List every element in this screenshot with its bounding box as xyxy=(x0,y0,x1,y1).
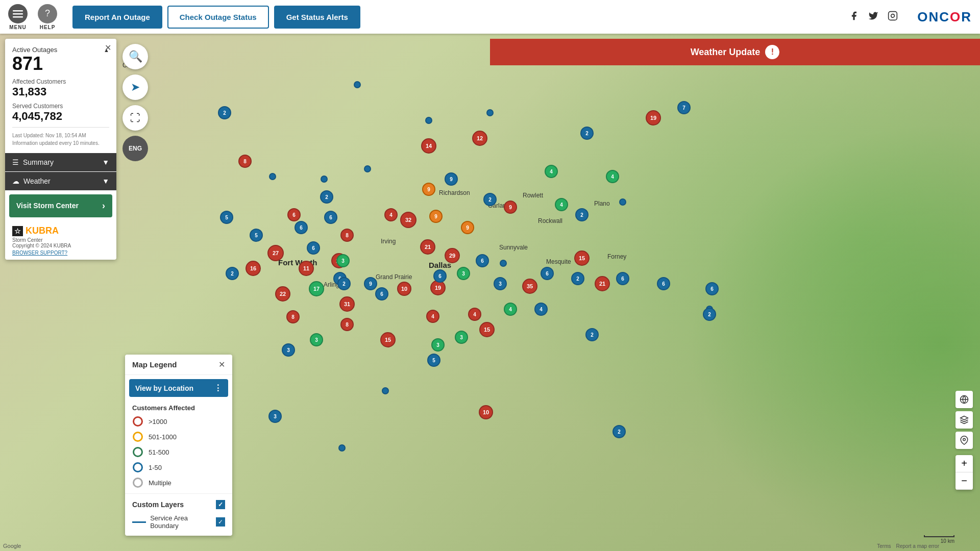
map-marker[interactable]: 2 xyxy=(483,193,497,206)
map-layers-button[interactable] xyxy=(955,411,973,429)
map-marker[interactable]: 3 xyxy=(455,331,468,344)
map-marker[interactable]: 11 xyxy=(299,261,314,276)
visit-storm-center-button[interactable]: Visit Storm Center › xyxy=(9,194,112,217)
map-marker[interactable]: 8 xyxy=(238,155,252,168)
map-location-button[interactable]: ➤ xyxy=(122,74,148,100)
map-language-button[interactable]: ENG xyxy=(122,136,148,161)
map-marker[interactable]: 6 xyxy=(324,211,337,224)
report-outage-button[interactable]: Report An Outage xyxy=(72,6,162,29)
map-marker[interactable]: 3 xyxy=(310,333,323,346)
view-by-location-button[interactable]: View by Location ⋮ xyxy=(129,379,228,397)
map-fullscreen-button[interactable]: ⛶ xyxy=(122,105,148,131)
map-marker[interactable]: 6 xyxy=(657,277,670,290)
map-marker[interactable]: 8 xyxy=(340,318,354,331)
map-marker[interactable]: 6 xyxy=(541,267,554,280)
panel-close-button[interactable]: ✕ xyxy=(105,43,111,53)
map-marker[interactable]: 2 xyxy=(575,208,589,221)
map-marker[interactable]: 9 xyxy=(429,210,443,223)
map-marker[interactable]: 5 xyxy=(250,229,263,242)
map-marker[interactable]: 21 xyxy=(595,276,610,291)
map-marker[interactable]: 4 xyxy=(606,170,619,183)
map-marker[interactable]: 12 xyxy=(472,131,487,146)
custom-layers-checkbox[interactable]: ✓ xyxy=(216,500,225,509)
summary-button[interactable]: ☰ Summary ▼ xyxy=(5,153,116,171)
service-area-checkbox[interactable]: ✓ xyxy=(216,517,225,527)
zoom-out-button[interactable]: − xyxy=(955,472,973,490)
map-marker[interactable]: 15 xyxy=(380,332,396,347)
map-marker[interactable]: 22 xyxy=(275,286,290,302)
map-marker[interactable]: 4 xyxy=(468,308,481,321)
map-marker[interactable]: 6 xyxy=(287,208,301,221)
map-marker[interactable]: 9 xyxy=(422,183,435,196)
map-search-button[interactable]: 🔍 xyxy=(122,44,148,69)
map-marker[interactable]: 6 xyxy=(375,287,388,300)
map-marker[interactable]: 31 xyxy=(339,296,355,312)
map-marker[interactable]: 14 xyxy=(421,138,436,154)
weather-banner[interactable]: Weather Update ! xyxy=(490,39,980,65)
map-marker[interactable]: 3 xyxy=(282,343,295,357)
zoom-in-button[interactable]: + xyxy=(955,455,973,472)
map-marker[interactable] xyxy=(269,173,276,180)
browser-support-link[interactable]: BROWSER SUPPORT? xyxy=(12,250,109,256)
map-marker[interactable]: 2 xyxy=(580,127,594,140)
map-marker[interactable]: 3 xyxy=(431,338,445,352)
map-marker[interactable] xyxy=(619,198,626,206)
map-marker[interactable]: 16 xyxy=(246,261,261,276)
map-marker[interactable] xyxy=(354,81,361,88)
map-marker[interactable]: 3 xyxy=(336,254,350,267)
map-marker[interactable]: 4 xyxy=(555,198,568,211)
map-marker[interactable]: 6 xyxy=(433,269,447,283)
map-marker[interactable]: 9 xyxy=(461,221,474,234)
map-marker[interactable]: 4 xyxy=(426,310,439,323)
map-style-button[interactable] xyxy=(955,391,973,408)
map-marker[interactable]: 10 xyxy=(479,405,493,419)
map-marker[interactable] xyxy=(500,260,507,267)
map-marker[interactable]: 3 xyxy=(268,410,282,423)
map-marker[interactable]: 6 xyxy=(307,241,320,255)
map-marker[interactable] xyxy=(338,444,346,452)
instagram-icon[interactable] xyxy=(888,11,898,23)
map-marker[interactable]: 4 xyxy=(504,303,517,316)
map-marker[interactable]: 9 xyxy=(364,277,377,290)
get-alerts-button[interactable]: Get Status Alerts xyxy=(274,6,360,29)
check-status-button[interactable]: Check Outage Status xyxy=(167,6,269,29)
map-marker[interactable]: 15 xyxy=(574,251,590,266)
map-marker[interactable]: 6 xyxy=(476,254,489,267)
map-marker[interactable]: 2 xyxy=(226,267,239,280)
map-marker[interactable]: 9 xyxy=(504,201,517,214)
map-marker[interactable]: 6 xyxy=(705,282,719,295)
map-marker[interactable]: 6 xyxy=(616,272,629,285)
map-marker[interactable]: 8 xyxy=(340,229,354,242)
map-marker[interactable]: 2 xyxy=(585,328,599,341)
facebook-icon[interactable] xyxy=(849,11,859,23)
legend-close-button[interactable]: ✕ xyxy=(218,360,225,369)
map-marker[interactable]: 2 xyxy=(703,308,716,321)
map-marker[interactable] xyxy=(486,109,494,116)
map-marker[interactable]: 4 xyxy=(534,303,548,316)
map-marker[interactable]: 21 xyxy=(420,239,435,255)
map-marker[interactable]: 4 xyxy=(545,165,558,178)
menu-button[interactable]: MENU xyxy=(8,4,28,30)
map-marker[interactable]: 35 xyxy=(522,279,537,294)
map-marker[interactable]: 6 xyxy=(295,221,308,234)
map-marker[interactable]: 2 xyxy=(337,277,351,290)
map-marker[interactable]: 10 xyxy=(397,282,411,296)
map-marker[interactable]: 19 xyxy=(646,110,661,126)
map-marker[interactable]: 9 xyxy=(445,172,458,186)
map-marker[interactable] xyxy=(364,165,371,172)
map-marker[interactable]: 2 xyxy=(612,425,626,438)
map-marker[interactable]: 29 xyxy=(445,248,460,263)
map-marker[interactable]: 2 xyxy=(320,190,333,204)
map-marker[interactable] xyxy=(425,117,432,124)
map-marker[interactable]: 2 xyxy=(571,272,584,285)
map-marker[interactable]: 15 xyxy=(479,322,495,337)
map-marker[interactable]: 3 xyxy=(494,277,507,290)
map-marker[interactable]: 3 xyxy=(457,267,470,280)
map-person-button[interactable] xyxy=(955,432,973,449)
map-marker[interactable]: 2 xyxy=(218,106,231,119)
map-marker[interactable]: 7 xyxy=(677,101,691,114)
twitter-icon[interactable] xyxy=(868,11,878,23)
map-marker[interactable]: 8 xyxy=(286,310,300,323)
map-marker[interactable]: 17 xyxy=(309,281,324,296)
map-marker[interactable]: 4 xyxy=(384,208,398,221)
